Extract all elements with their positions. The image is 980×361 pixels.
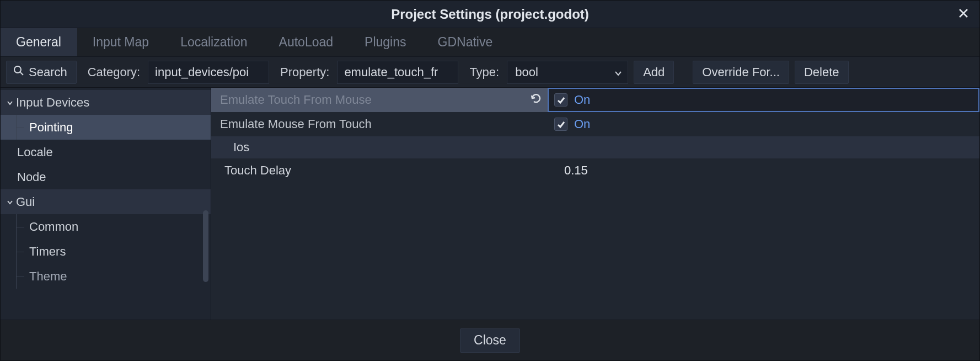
tab-strip: General Input Map Localization AutoLoad … [1, 28, 979, 57]
tree-label: Locale [17, 145, 53, 160]
tree-item-pointing[interactable]: Pointing [1, 115, 211, 140]
property-label: Emulate Touch From Mouse [211, 88, 548, 112]
revert-icon[interactable] [530, 92, 542, 108]
chevron-down-icon [6, 195, 14, 209]
footer: Close [1, 320, 979, 360]
override-for-button[interactable]: Override For... [693, 61, 789, 84]
tree-label: Theme [29, 269, 67, 284]
tree-branch-line [16, 214, 26, 239]
tree-item-common[interactable]: Common [1, 214, 211, 239]
checkbox-checked-icon[interactable] [554, 93, 567, 107]
tab-gdnative[interactable]: GDNative [422, 28, 509, 56]
tree-group-gui[interactable]: Gui [1, 189, 211, 214]
tree-label: Timers [29, 245, 66, 259]
tree-branch-line [16, 239, 26, 264]
property-value[interactable]: On [548, 88, 979, 112]
tree-branch-line [16, 115, 26, 140]
tree-group-input-devices[interactable]: Input Devices [1, 90, 211, 115]
search-button[interactable]: Search [6, 61, 77, 84]
add-button[interactable]: Add [634, 61, 674, 84]
property-input[interactable] [337, 61, 458, 84]
tab-input-map[interactable]: Input Map [77, 28, 165, 56]
tab-autoload[interactable]: AutoLoad [264, 28, 349, 56]
project-settings-window: Project Settings (project.godot) General… [0, 0, 980, 361]
svg-point-0 [14, 66, 21, 73]
property-value-text: 0.15 [564, 163, 588, 178]
main-area: Input Devices Pointing Locale Node Gui C… [1, 88, 979, 320]
tree-label: Pointing [29, 120, 73, 135]
close-button[interactable]: Close [460, 328, 520, 353]
tree-label: Gui [16, 195, 35, 209]
property-section-ios: Ios [211, 136, 979, 158]
delete-button[interactable]: Delete [795, 61, 849, 84]
property-label: Emulate Mouse From Touch [211, 112, 548, 136]
window-title: Project Settings (project.godot) [391, 7, 589, 22]
tree-label: Common [29, 220, 78, 234]
property-row-emulate-mouse-from-touch: Emulate Mouse From Touch On [211, 112, 979, 136]
titlebar: Project Settings (project.godot) [1, 1, 979, 28]
close-icon[interactable] [955, 5, 972, 22]
tree-item-timers[interactable]: Timers [1, 239, 211, 264]
property-value-text: On [574, 93, 590, 107]
type-select-value: bool [515, 65, 538, 79]
property-label: Touch Delay [211, 158, 548, 183]
tab-localization[interactable]: Localization [165, 28, 263, 56]
tree-label: Input Devices [16, 95, 89, 110]
search-icon [13, 65, 24, 79]
tab-general[interactable]: General [1, 28, 77, 56]
tree-item-locale[interactable]: Locale [1, 140, 211, 164]
type-select[interactable]: bool [507, 61, 628, 84]
chevron-down-icon [614, 65, 622, 79]
section-label: Ios [233, 140, 249, 155]
checkbox-checked-icon[interactable] [554, 118, 567, 131]
type-label: Type: [464, 61, 501, 84]
tree-label: Node [17, 170, 46, 184]
sidebar-scrollbar[interactable] [203, 210, 208, 282]
tree-branch-line [16, 264, 26, 289]
toolbar: Search Category: Property: Type: bool Ad… [1, 57, 979, 88]
category-tree: Input Devices Pointing Locale Node Gui C… [1, 88, 211, 320]
tree-item-theme[interactable]: Theme [1, 264, 211, 289]
category-label: Category: [82, 61, 142, 84]
tab-plugins[interactable]: Plugins [349, 28, 422, 56]
property-value[interactable]: 0.15 [548, 158, 979, 183]
property-row-touch-delay: Touch Delay 0.15 [211, 158, 979, 183]
property-label: Property: [275, 61, 331, 84]
property-value-text: On [574, 117, 590, 131]
search-label: Search [29, 65, 67, 79]
chevron-down-icon [6, 95, 14, 110]
property-row-emulate-touch-from-mouse: Emulate Touch From Mouse On [211, 88, 979, 112]
property-panel: Emulate Touch From Mouse On Emulate Mous… [211, 88, 979, 320]
property-value[interactable]: On [548, 112, 979, 136]
tree-item-node[interactable]: Node [1, 164, 211, 189]
category-input[interactable] [148, 61, 269, 84]
